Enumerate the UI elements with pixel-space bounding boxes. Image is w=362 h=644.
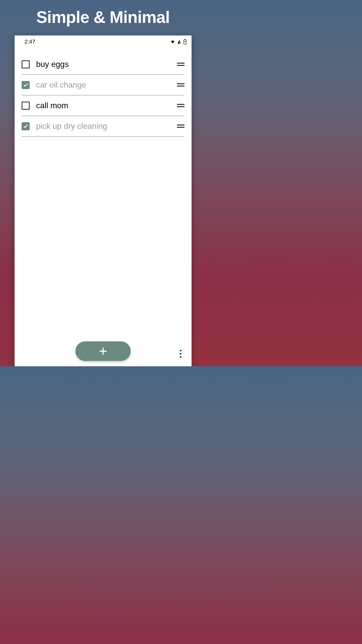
task-label: call mom <box>36 101 170 110</box>
task-item[interactable]: car oil change <box>22 75 185 95</box>
more-button[interactable] <box>177 349 185 359</box>
more-icon <box>180 356 182 358</box>
task-item[interactable]: call mom <box>22 95 185 116</box>
status-time: 2:47 <box>25 38 35 45</box>
battery-icon <box>184 39 187 45</box>
task-list: buy eggs car oil change call mom pick up… <box>15 47 192 366</box>
add-task-button[interactable] <box>75 341 131 361</box>
drag-handle-icon[interactable] <box>177 103 185 109</box>
bottom-bar <box>15 336 192 366</box>
drag-handle-icon[interactable] <box>177 82 185 88</box>
task-checkbox[interactable] <box>22 60 30 68</box>
task-checkbox[interactable] <box>22 122 30 130</box>
drag-handle-icon[interactable] <box>177 61 185 67</box>
task-label: buy eggs <box>36 60 170 69</box>
page-title: Simple & Minimal <box>36 8 169 27</box>
task-label: pick up dry cleaning <box>36 122 170 131</box>
status-bar: 2:47 <box>15 35 192 47</box>
status-icons <box>170 39 187 45</box>
more-icon <box>180 350 182 351</box>
plus-icon <box>99 347 108 356</box>
svg-rect-1 <box>185 39 186 40</box>
drag-handle-icon[interactable] <box>177 123 185 129</box>
check-icon <box>23 82 28 88</box>
phone-frame: 2:47 buy eggs car oil change call mom <box>15 35 192 366</box>
task-checkbox[interactable] <box>22 81 30 89</box>
task-item[interactable]: pick up dry cleaning <box>22 116 185 137</box>
signal-icon <box>177 39 182 44</box>
wifi-icon <box>170 39 175 44</box>
check-icon <box>23 124 28 129</box>
task-item[interactable]: buy eggs <box>22 54 185 75</box>
task-label: car oil change <box>36 80 170 90</box>
task-checkbox[interactable] <box>22 102 30 110</box>
more-icon <box>180 353 182 355</box>
